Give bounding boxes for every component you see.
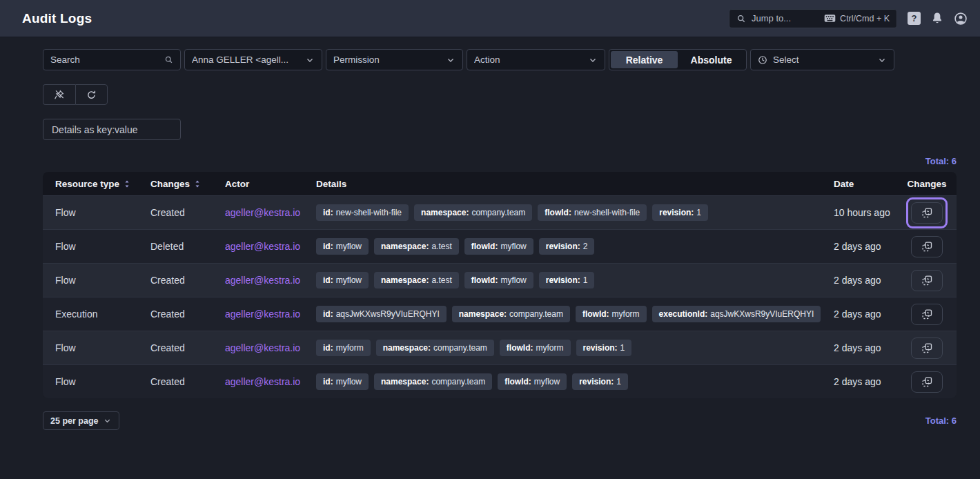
details-cell: id:myflownamespace:a.testflowId:myflowre… bbox=[311, 238, 828, 255]
details-keyvalue-input[interactable]: Details as key:value bbox=[43, 119, 181, 140]
chevron-down-icon bbox=[305, 55, 315, 65]
user-filter-value: Anna GELLER <agell... bbox=[192, 55, 288, 65]
resource-type-cell: Flow bbox=[50, 376, 145, 387]
bell-icon bbox=[931, 12, 943, 25]
user-icon bbox=[954, 12, 968, 26]
diff-changes-icon bbox=[921, 241, 933, 253]
date-cell: 2 days ago bbox=[828, 342, 897, 353]
table-row[interactable]: Flow Created ageller@kestra.io id:new-sh… bbox=[43, 195, 957, 229]
permission-filter-dropdown[interactable]: Permission bbox=[326, 49, 463, 70]
notifications-button[interactable] bbox=[931, 12, 943, 25]
change-type-cell: Created bbox=[145, 342, 219, 353]
table-row[interactable]: Flow Deleted ageller@kestra.io id:myflow… bbox=[43, 229, 957, 263]
table-row[interactable]: Flow Created ageller@kestra.io id:myflow… bbox=[43, 263, 957, 297]
actor-link[interactable]: ageller@kestra.io bbox=[219, 342, 311, 353]
search-icon bbox=[736, 14, 746, 23]
column-label: Resource type bbox=[55, 179, 119, 189]
relative-toggle[interactable]: Relative bbox=[611, 51, 678, 68]
changes-button-highlight bbox=[906, 265, 948, 296]
column-resource-type[interactable]: Resource type bbox=[50, 179, 145, 189]
detail-chip: revision:2 bbox=[539, 238, 595, 255]
date-cell: 2 days ago bbox=[828, 275, 897, 286]
details-cell: id:myflownamespace:company.teamflowId:my… bbox=[311, 373, 828, 390]
date-cell: 10 hours ago bbox=[828, 207, 897, 218]
table-row[interactable]: Flow Created ageller@kestra.io id:myform… bbox=[43, 331, 957, 364]
chevron-down-icon bbox=[877, 55, 887, 65]
jump-to-placeholder: Jump to... bbox=[752, 13, 791, 23]
table-header: Resource type Changes Actor Details Date bbox=[43, 172, 957, 195]
detail-chip: id:myflow bbox=[316, 373, 369, 390]
changes-button-highlight bbox=[906, 231, 948, 262]
detail-chip: flowId:myform bbox=[500, 340, 571, 356]
user-filter-dropdown[interactable]: Anna GELLER <agell... bbox=[184, 49, 322, 70]
changes-button-highlight bbox=[906, 333, 948, 364]
detail-chip: id:new-shell-with-file bbox=[316, 204, 409, 221]
pagination-bar: 25 per page Total: 6 bbox=[43, 411, 957, 430]
actor-link[interactable]: ageller@kestra.io bbox=[219, 275, 311, 286]
shortcut-hint: Ctrl/Cmd + K bbox=[824, 14, 890, 23]
detail-chip: flowId:myflow bbox=[464, 272, 533, 289]
changes-button-highlight bbox=[906, 366, 948, 398]
per-page-dropdown[interactable]: 25 per page bbox=[43, 411, 119, 430]
absolute-toggle[interactable]: Absolute bbox=[678, 51, 745, 68]
column-changes[interactable]: Changes bbox=[145, 179, 219, 189]
actor-link[interactable]: ageller@kestra.io bbox=[219, 207, 311, 218]
detail-chip: flowId:new-shell-with-file bbox=[538, 204, 647, 221]
detail-chip: revision:1 bbox=[576, 340, 632, 356]
refresh-icon bbox=[86, 90, 97, 100]
date-range-dropdown[interactable]: Select bbox=[750, 49, 894, 70]
detail-chip: namespace:a.test bbox=[374, 272, 459, 289]
column-label: Date bbox=[834, 179, 854, 189]
search-input[interactable]: Search bbox=[43, 49, 181, 70]
actor-link[interactable]: ageller@kestra.io bbox=[219, 241, 311, 252]
table-row[interactable]: Execution Created ageller@kestra.io id:a… bbox=[43, 297, 957, 331]
table-row[interactable]: Flow Created ageller@kestra.io id:myflow… bbox=[43, 364, 957, 398]
detail-chip: id:aqsJwKXwsR9yVIuERQHYI bbox=[316, 306, 447, 322]
keyboard-icon bbox=[824, 14, 836, 23]
view-changes-button[interactable] bbox=[911, 270, 943, 291]
detail-chip: revision:1 bbox=[652, 204, 708, 221]
clear-saved-filter-button[interactable] bbox=[43, 84, 75, 105]
date-cell: 2 days ago bbox=[828, 241, 897, 252]
column-label: Changes bbox=[150, 179, 190, 189]
view-changes-button[interactable] bbox=[911, 202, 943, 224]
detail-chip: executionId:aqsJwKXwsR9yVIuERQHYI bbox=[652, 306, 821, 322]
diff-changes-icon bbox=[921, 309, 933, 320]
column-label: Changes bbox=[907, 179, 946, 189]
detail-chip: id:myflow bbox=[316, 238, 369, 255]
details-placeholder: Details as key:value bbox=[52, 124, 138, 135]
details-cell: id:myflownamespace:a.testflowId:myflowre… bbox=[311, 272, 828, 289]
time-mode-toggle: Relative Absolute bbox=[609, 49, 747, 70]
column-label: Actor bbox=[225, 179, 249, 189]
total-count-top: Total: 6 bbox=[43, 156, 957, 166]
jump-to-search[interactable]: Jump to... Ctrl/Cmd + K bbox=[729, 9, 897, 28]
resource-type-cell: Flow bbox=[50, 275, 145, 286]
chevron-down-icon bbox=[446, 55, 455, 65]
view-changes-button[interactable] bbox=[911, 236, 943, 257]
resource-type-cell: Flow bbox=[50, 241, 145, 252]
filter-bar: Search Anna GELLER <agell... Permission … bbox=[43, 49, 957, 70]
detail-chip: namespace:a.test bbox=[374, 238, 459, 255]
refresh-button[interactable] bbox=[75, 84, 108, 105]
action-filter-dropdown[interactable]: Action bbox=[467, 49, 605, 70]
change-type-cell: Deleted bbox=[145, 241, 219, 252]
view-changes-button[interactable] bbox=[911, 304, 943, 325]
change-type-cell: Created bbox=[145, 309, 219, 320]
topbar: Audit Logs Jump to... Ctrl/Cmd + K ? bbox=[0, 0, 980, 37]
view-changes-button[interactable] bbox=[911, 371, 943, 393]
detail-chip: revision:1 bbox=[572, 373, 628, 390]
view-changes-button[interactable] bbox=[911, 338, 943, 359]
column-label: Details bbox=[316, 179, 346, 189]
help-button[interactable]: ? bbox=[908, 12, 921, 25]
clock-icon bbox=[758, 55, 767, 65]
detail-chip: id:myform bbox=[316, 340, 371, 356]
actor-link[interactable]: ageller@kestra.io bbox=[219, 309, 311, 320]
column-actor: Actor bbox=[219, 179, 311, 189]
user-menu-button[interactable] bbox=[954, 12, 968, 26]
table-body: Flow Created ageller@kestra.io id:new-sh… bbox=[43, 195, 957, 398]
changes-button-highlight bbox=[906, 197, 948, 228]
resource-type-cell: Flow bbox=[50, 342, 145, 353]
actor-link[interactable]: ageller@kestra.io bbox=[219, 376, 311, 387]
page-title: Audit Logs bbox=[22, 11, 92, 26]
details-cell: id:aqsJwKXwsR9yVIuERQHYInamespace:compan… bbox=[311, 306, 828, 322]
